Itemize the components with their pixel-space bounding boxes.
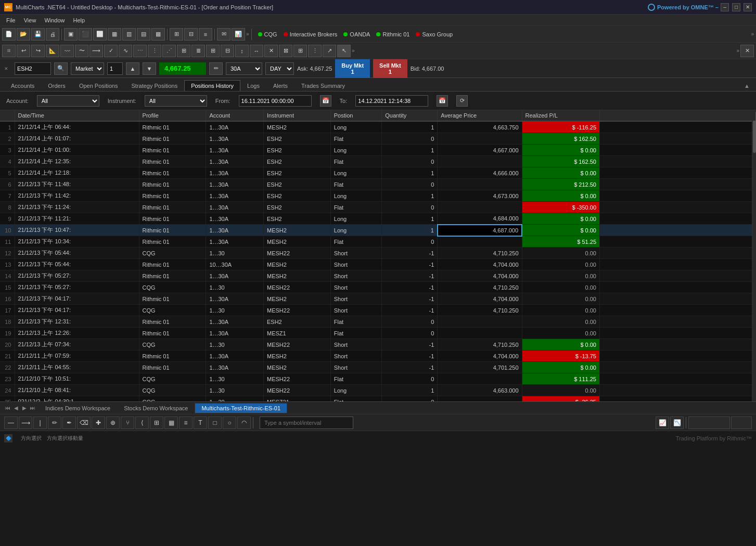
draw-btn-8[interactable]: ✓ bbox=[104, 45, 118, 57]
draw-table-btn[interactable]: ▦ bbox=[164, 417, 178, 429]
symbol-search-btn[interactable]: 🔍 bbox=[54, 62, 68, 75]
draw-ellipse-btn[interactable]: ⊕ bbox=[106, 417, 120, 429]
toolbar2-right-more[interactable]: » bbox=[736, 48, 739, 54]
col-quantity[interactable]: Quantity bbox=[382, 110, 438, 121]
table-row[interactable]: 2221/12/11 上午 04:55:Rithmic 011…30AMESH2… bbox=[0, 362, 756, 373]
workspace-tab-rithmic[interactable]: Multicharts-Test-Rithmic-ES-01 bbox=[195, 403, 287, 413]
table-row[interactable]: 1121/12/13 下午 10:34:Rithmic 011…30AMESH2… bbox=[0, 236, 756, 248]
col-datetime[interactable]: Date/Time bbox=[15, 110, 139, 121]
toolbar-more[interactable]: » bbox=[246, 31, 249, 37]
chart-mini-btn[interactable]: 📈 bbox=[656, 417, 669, 429]
print-button[interactable]: 🖨 bbox=[46, 28, 59, 41]
workspace-tab-stocks[interactable]: Stocks Demo Workspace bbox=[117, 403, 195, 413]
close-button[interactable]: ✕ bbox=[744, 3, 752, 11]
nav-prev[interactable]: ◀ bbox=[12, 405, 20, 412]
table-row[interactable]: 2421/12/10 上午 08:41:CQG1…30MESH22Long14,… bbox=[0, 385, 756, 396]
account-filter-select[interactable]: All bbox=[37, 95, 99, 107]
buy-button[interactable]: Buy Mkt 1 bbox=[335, 59, 370, 78]
draw-arc-btn[interactable]: ◠ bbox=[237, 417, 251, 429]
table-row[interactable]: 1221/12/13 下午 05:44:CQG1…30MESH22Short-1… bbox=[0, 248, 756, 259]
qty-up[interactable]: ▲ bbox=[126, 62, 139, 75]
tab-trades-summary[interactable]: Trades Summary bbox=[294, 80, 352, 91]
to-date-picker[interactable]: 📅 bbox=[437, 95, 448, 107]
tb-btn-8[interactable]: ⊞ bbox=[170, 28, 183, 41]
table-row[interactable]: 25021/12/2 上午 04:30:1CQG1…30MESZ21Flat0$… bbox=[0, 396, 756, 402]
maximize-button[interactable]: □ bbox=[732, 3, 740, 11]
tb-btn-12[interactable]: 📊 bbox=[232, 28, 245, 41]
draw-pencil-btn[interactable]: ✏ bbox=[48, 417, 61, 429]
tabs-expand[interactable]: ▲ bbox=[742, 81, 752, 91]
from-date-input[interactable] bbox=[239, 95, 312, 107]
col-profile[interactable]: Profile bbox=[139, 110, 206, 121]
tb-btn-1[interactable]: ▣ bbox=[64, 28, 78, 41]
draw-btn-4[interactable]: 📐 bbox=[46, 45, 59, 57]
toolbar2-close[interactable]: ✕ bbox=[740, 45, 754, 57]
menu-window[interactable]: Window bbox=[40, 16, 69, 24]
sell-button[interactable]: Sell Mkt 1 bbox=[373, 59, 407, 78]
draw-btn-1[interactable]: ⌗ bbox=[2, 45, 16, 57]
account-select[interactable]: 30A bbox=[226, 62, 262, 75]
tab-alerts[interactable]: Alerts bbox=[266, 80, 294, 91]
symbol-input[interactable] bbox=[15, 62, 51, 75]
draw-circle-btn[interactable]: ○ bbox=[223, 417, 236, 429]
table-row[interactable]: 621/12/13 下午 11:48:Rithmic 011…30AESH2Fl… bbox=[0, 179, 756, 190]
draw-rect-btn[interactable]: □ bbox=[208, 417, 222, 429]
draw-btn-13[interactable]: ⊞ bbox=[177, 45, 190, 57]
table-row[interactable]: 1021/12/13 下午 10:47:Rithmic 011…30AMESH2… bbox=[0, 225, 756, 236]
draw-btn-9[interactable]: ∿ bbox=[119, 45, 132, 57]
draw-calc-btn[interactable]: ≡ bbox=[179, 417, 193, 429]
nav-last[interactable]: ⏭ bbox=[29, 405, 36, 412]
draw-btn-11[interactable]: ⋮ bbox=[148, 45, 161, 57]
qty-down[interactable]: ▼ bbox=[143, 62, 156, 75]
draw-btn-21[interactable]: ⊞ bbox=[293, 45, 307, 57]
minimize-button[interactable]: – bbox=[721, 3, 729, 11]
draw-btn-6[interactable]: 〜 bbox=[75, 45, 88, 57]
instrument-filter-select[interactable]: All bbox=[145, 95, 207, 107]
from-date-picker[interactable]: 📅 bbox=[320, 95, 331, 107]
draw-btn-3[interactable]: ↪ bbox=[31, 45, 45, 57]
draw-btn-18[interactable]: ↔ bbox=[250, 45, 263, 57]
tab-positions-history[interactable]: Positions History bbox=[184, 80, 240, 91]
draw-btn-10[interactable]: ⋯ bbox=[133, 45, 147, 57]
table-row[interactable]: 321/12/14 上午 01:00:Rithmic 011…30AESH2Lo… bbox=[0, 145, 756, 156]
toolbar-right-more[interactable]: » bbox=[751, 31, 754, 37]
draw-btn-23[interactable]: ↗ bbox=[323, 45, 336, 57]
chart-full-btn[interactable] bbox=[688, 417, 730, 429]
tb-btn-11[interactable]: ✉ bbox=[217, 28, 230, 41]
tb-btn-2[interactable]: ⬛ bbox=[79, 28, 92, 41]
draw-grid-btn[interactable]: ⊞ bbox=[150, 417, 163, 429]
table-row[interactable]: 821/12/13 下午 11:24:Rithmic 011…30AESH2Fl… bbox=[0, 202, 756, 213]
draw-fan-btn[interactable]: ⟨ bbox=[135, 417, 149, 429]
draw-ray-btn[interactable]: ⟶ bbox=[19, 417, 32, 429]
draw-pencil2-btn[interactable]: ✒ bbox=[62, 417, 76, 429]
tb-btn-10[interactable]: ≡ bbox=[199, 28, 212, 41]
price-edit-btn[interactable]: ✏ bbox=[209, 62, 223, 75]
table-row[interactable]: 521/12/14 上午 12:18:Rithmic 011…30AESH2Lo… bbox=[0, 167, 756, 179]
table-row[interactable]: 121/12/14 上午 06:44:Rithmic 011…30AMESH2L… bbox=[0, 121, 756, 133]
quantity-input[interactable] bbox=[107, 62, 123, 75]
draw-btn-15[interactable]: ⊞ bbox=[206, 45, 220, 57]
col-position[interactable]: Postion bbox=[330, 110, 382, 121]
draw-btn-7[interactable]: ⟿ bbox=[89, 45, 103, 57]
open-button[interactable]: 📂 bbox=[17, 28, 30, 41]
col-instrument[interactable]: Instrument bbox=[264, 110, 331, 121]
chart-mini-btn2[interactable]: 📉 bbox=[670, 417, 684, 429]
tab-orders[interactable]: Orders bbox=[41, 80, 72, 91]
menu-help[interactable]: Help bbox=[69, 16, 89, 24]
tab-logs[interactable]: Logs bbox=[240, 80, 266, 91]
workspace-tab-indices[interactable]: Indices Demo Workspace bbox=[39, 403, 117, 413]
table-row[interactable]: 1421/12/13 下午 05:27:Rithmic 011…30AMESH2… bbox=[0, 270, 756, 282]
draw-seg-btn[interactable]: | bbox=[33, 417, 47, 429]
tab-accounts[interactable]: Accounts bbox=[4, 80, 41, 91]
toolbar2-more[interactable]: » bbox=[352, 48, 355, 54]
col-pnl[interactable]: Realized P/L bbox=[522, 110, 599, 121]
draw-btn-22[interactable]: ⋮ bbox=[308, 45, 322, 57]
table-row[interactable]: 921/12/13 下午 11:21:Rithmic 011…30AESH2Lo… bbox=[0, 213, 756, 225]
table-row[interactable]: 221/12/14 上午 01:07:Rithmic 011…30AESH2Fl… bbox=[0, 133, 756, 145]
table-row[interactable]: 1721/12/13 下午 04:17:CQG1…30MESH22Short-1… bbox=[0, 305, 756, 316]
table-row[interactable]: 721/12/13 下午 11:42:Rithmic 011…30AESH2Lo… bbox=[0, 190, 756, 202]
table-row[interactable]: 1521/12/13 下午 05:27:CQG1…30MESH22Short-1… bbox=[0, 282, 756, 293]
draw-btn-5[interactable]: 〰 bbox=[60, 45, 74, 57]
draw-line-btn[interactable]: — bbox=[4, 417, 18, 429]
col-avg-price[interactable]: Average Price bbox=[438, 110, 522, 121]
